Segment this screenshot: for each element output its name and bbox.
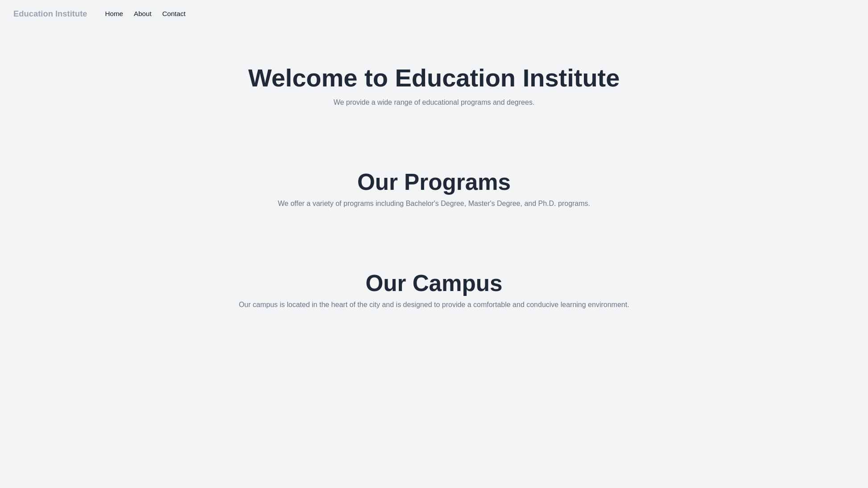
nav-item-home[interactable]: Home: [105, 10, 124, 18]
programs-section: Our Programs We offer a variety of progr…: [0, 133, 868, 234]
hero-subtitle: We provide a wide range of educational p…: [18, 98, 850, 107]
nav-links: Home About Contact: [105, 10, 186, 18]
campus-title: Our Campus: [18, 270, 850, 296]
programs-description: We offer a variety of programs including…: [18, 200, 850, 208]
nav-link-contact[interactable]: Contact: [162, 10, 186, 17]
campus-section: Our Campus Our campus is located in the …: [0, 234, 868, 336]
navbar: Education Institute Home About Contact: [0, 0, 868, 28]
nav-item-contact[interactable]: Contact: [162, 10, 186, 18]
nav-item-about[interactable]: About: [134, 10, 152, 18]
campus-description: Our campus is located in the heart of th…: [18, 301, 850, 309]
hero-title: Welcome to Education Institute: [18, 63, 850, 92]
nav-link-home[interactable]: Home: [105, 10, 124, 17]
nav-link-about[interactable]: About: [134, 10, 152, 17]
hero-section: Welcome to Education Institute We provid…: [0, 28, 868, 133]
programs-title: Our Programs: [18, 169, 850, 195]
nav-brand: Education Institute: [13, 9, 87, 19]
